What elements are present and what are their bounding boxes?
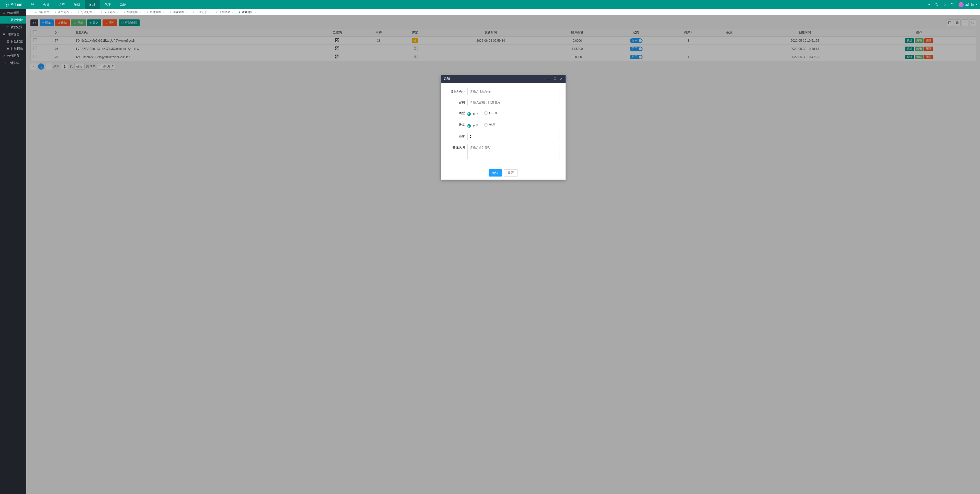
radio-status-enable[interactable]: 启用 — [468, 122, 479, 129]
sidebar-收付配置[interactable]: 收付配置 — [0, 52, 26, 59]
tab-会员列表[interactable]: 会员列表× — [52, 9, 75, 15]
label-status: 状态 — [444, 121, 468, 128]
tab-下注记录[interactable]: 下注记录× — [190, 9, 213, 15]
list-icon — [6, 25, 9, 29]
tab-close-icon[interactable]: × — [255, 11, 256, 14]
sidebar-一键归集[interactable]: 一键归集 — [0, 59, 26, 67]
avatar — [959, 2, 964, 7]
tab-收款地址[interactable]: 收款地址× — [236, 9, 259, 15]
sidebar-付款管理[interactable]: 付款管理 — [0, 31, 26, 38]
topnav-地址[interactable]: 地址 — [84, 0, 100, 9]
input-sort[interactable] — [468, 133, 559, 140]
sidebar-付款配置[interactable]: 付款配置 — [0, 38, 26, 45]
tab-close-icon[interactable]: × — [94, 11, 95, 14]
label-remark: 备注说明 — [444, 144, 468, 151]
svg-rect-4 — [6, 26, 9, 28]
topnav-系统[interactable]: 系统 — [115, 0, 130, 9]
sidebar-付款记录[interactable]: 付款记录 — [0, 45, 26, 52]
add-modal: 添加 — ✕ 收款地址* 密钥 — [441, 75, 566, 180]
tab-close-icon[interactable]: × — [232, 11, 234, 14]
sidebar-收款地址[interactable]: 收款地址 — [0, 16, 26, 24]
tab-后台首页[interactable]: 后台首页 — [32, 9, 52, 15]
bars-icon — [3, 11, 6, 14]
tabs-menu[interactable]: ⌄ — [974, 9, 980, 15]
tabs-prev[interactable]: ‹ — [26, 9, 32, 15]
svg-rect-3 — [6, 19, 9, 21]
tab-close-icon[interactable]: × — [186, 11, 188, 14]
tab-分佣配置[interactable]: 分佣配置× — [75, 9, 98, 15]
modal-title: 添加 — [443, 76, 450, 81]
tab-close-icon[interactable]: × — [116, 11, 118, 14]
notifications-icon[interactable] — [925, 0, 933, 9]
radio-type-usdt[interactable]: USDT — [484, 110, 498, 117]
modal-minimize-icon[interactable]: — — [547, 77, 551, 81]
topnav-代理[interactable]: 代理 — [100, 0, 115, 9]
tab-充值列表[interactable]: 充值列表× — [98, 9, 121, 15]
topnav-运营[interactable]: 运营 — [54, 0, 69, 9]
svg-rect-44 — [554, 77, 556, 79]
svg-rect-5 — [6, 40, 9, 42]
topnav-游戏[interactable]: 游戏 — [69, 0, 84, 9]
radio-status-disable[interactable]: 禁用 — [484, 121, 495, 128]
logo[interactable]: Admin — [0, 2, 26, 7]
svg-point-1 — [6, 4, 7, 5]
brand-text: Admin — [11, 2, 22, 7]
label-sort: 排序 — [444, 133, 468, 140]
list-icon — [6, 40, 9, 43]
tab-close-icon[interactable]: × — [70, 11, 72, 14]
tab-游戏管理[interactable]: 游戏管理× — [167, 9, 190, 15]
refresh-icon[interactable] — [933, 0, 941, 9]
svg-point-2 — [929, 4, 930, 5]
svg-rect-6 — [6, 48, 9, 49]
radio-type-trx[interactable]: TRX — [468, 110, 479, 118]
modal-reset-button[interactable]: 重置 — [504, 169, 518, 177]
tabs-next[interactable]: › — [968, 9, 974, 15]
list-icon — [6, 47, 9, 50]
tab-划转明细[interactable]: 划转明细× — [121, 9, 144, 15]
topnav-理[interactable]: 理 — [26, 0, 38, 9]
svg-point-7 — [4, 56, 5, 56]
input-key[interactable] — [468, 99, 559, 106]
label-addr: 收款地址 — [451, 90, 463, 93]
clear-cache-icon[interactable] — [941, 0, 948, 9]
modal-close-icon[interactable]: ✕ — [559, 77, 563, 81]
user-name: admin — [965, 3, 974, 6]
input-addr[interactable] — [468, 88, 559, 95]
svg-rect-8 — [3, 62, 5, 64]
modal-confirm-button[interactable]: 确认 — [488, 169, 502, 177]
tab-close-icon[interactable]: × — [162, 11, 164, 14]
label-key: 密钥 — [444, 99, 468, 106]
calendar-icon — [3, 61, 6, 64]
bars-icon — [3, 33, 6, 36]
tab-close-icon[interactable]: × — [140, 11, 142, 14]
label-type: 类型 — [444, 110, 468, 117]
fullscreen-icon[interactable] — [948, 0, 956, 9]
tab-close-icon[interactable]: × — [208, 11, 210, 14]
topnav-会员[interactable]: 会员 — [38, 0, 54, 9]
modal-maximize-icon[interactable] — [553, 77, 557, 81]
sidebar-收款记录[interactable]: 收款记录 — [0, 24, 26, 31]
sidebar-收款管理[interactable]: 收款管理 — [0, 9, 26, 16]
list-icon — [6, 18, 9, 21]
tab-币种管理[interactable]: 币种管理× — [144, 9, 167, 15]
user-menu[interactable]: admin ▼ — [956, 2, 980, 7]
tab-开奖结果[interactable]: 开奖结果× — [213, 9, 236, 15]
input-remark[interactable] — [468, 144, 559, 159]
gear-icon — [3, 54, 6, 57]
